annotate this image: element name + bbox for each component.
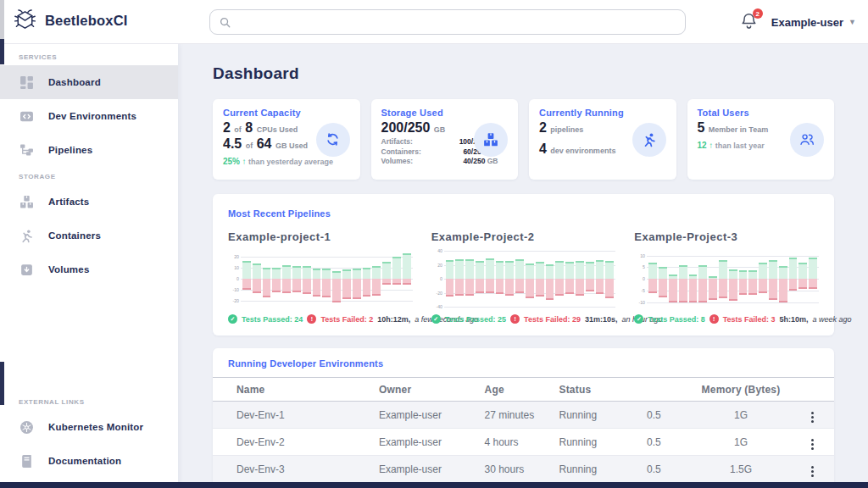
tests-failed-bar xyxy=(465,279,474,296)
kebab-menu-icon[interactable] xyxy=(806,463,819,480)
tests-passed-bar xyxy=(382,262,391,279)
column-header-owner: Owner xyxy=(362,378,468,402)
tests-failed-bar xyxy=(292,279,301,292)
bar-group xyxy=(342,251,351,307)
volume-box-icon xyxy=(19,262,34,277)
tests-passed-bar xyxy=(282,265,291,279)
bottom-edge-bar xyxy=(0,482,868,488)
gb-used-value: 4.5 xyxy=(223,136,242,151)
search-input[interactable] xyxy=(237,16,676,28)
recent-pipelines-panel: Most Recent Pipelines Example-project-12… xyxy=(213,194,834,336)
sidebar-section-label: SERVICES xyxy=(0,47,178,65)
card-current-capacity: Current Capacity 2 of 8 CPUs Used 4.5 of… xyxy=(213,99,360,180)
sidebar-item-dev-environments[interactable]: Dev Environments xyxy=(0,99,178,133)
sidebar-item-label: Artifacts xyxy=(48,197,89,207)
chart-bars xyxy=(648,251,817,307)
check-icon: ✓ xyxy=(431,314,441,324)
tests-passed-bar xyxy=(698,265,707,280)
tests-passed-bar xyxy=(769,260,777,279)
bar-group xyxy=(809,251,817,307)
env-cpu: 0.5 xyxy=(616,402,691,429)
pipelines-count: 2 xyxy=(539,120,547,135)
env-status: Running xyxy=(542,456,616,483)
chart-plot[interactable]: 1050-5-10 xyxy=(647,251,819,307)
tests-passed-bar xyxy=(659,267,667,279)
y-axis-tick-label: 0 xyxy=(637,276,645,281)
sidebar-item-artifacts[interactable]: Artifacts xyxy=(0,185,178,219)
user-menu[interactable]: Example-user ▼ xyxy=(771,16,856,29)
y-axis-tick-label: 0 xyxy=(231,276,239,281)
tests-failed-bar xyxy=(809,279,817,289)
tests-failed-bar xyxy=(363,279,371,297)
kebab-menu-icon[interactable] xyxy=(806,436,819,452)
sidebar-item-containers[interactable]: Containers xyxy=(0,219,178,252)
sidebar-item-documentation[interactable]: Documentation xyxy=(0,444,178,478)
y-axis-tick-label: -5 xyxy=(637,288,645,293)
y-axis-tick-label: 20 xyxy=(434,263,442,268)
bar-group xyxy=(353,251,361,307)
pipeline-charts: Example-project-120100-10-20✓Tests Passe… xyxy=(228,230,819,324)
tests-failed-bar xyxy=(779,279,787,302)
tests-failed-bar xyxy=(739,279,748,295)
tests-failed-bar xyxy=(303,279,311,294)
book-icon xyxy=(19,453,34,469)
tests-passed-bar xyxy=(313,269,321,279)
tests-passed-text: Tests Passed: 8 xyxy=(648,315,704,324)
of-label: of xyxy=(246,141,253,150)
env-owner: Example-user xyxy=(362,402,468,429)
column-header-age: Age xyxy=(468,378,542,402)
tests-failed-bar xyxy=(698,279,707,302)
chart-plot[interactable]: 20100-10-20 xyxy=(241,251,413,307)
kebab-menu-icon[interactable] xyxy=(806,409,819,425)
row-value: 40/250 xyxy=(463,157,485,165)
tests-passed-bar xyxy=(403,253,411,279)
bar-group xyxy=(596,251,604,307)
sidebar: SERVICESDashboardDev EnvironmentsPipelin… xyxy=(0,44,178,488)
brand[interactable]: BeetleboxCI xyxy=(11,7,128,35)
tests-failed-bar xyxy=(526,279,534,298)
bar-group xyxy=(272,251,281,307)
artifacts-boxes-icon xyxy=(19,194,34,209)
sidebar-section-storage: STORAGEArtifactsContainersVolumes xyxy=(0,167,178,286)
tests-failed-text: Tests Failed: 3 xyxy=(723,315,776,324)
tests-passed-bar xyxy=(505,261,514,279)
bar-group xyxy=(486,251,494,307)
tests-passed-bar xyxy=(555,261,564,279)
column-header-blank-4 xyxy=(616,378,691,402)
row-unit: GB xyxy=(487,157,498,165)
sidebar-item-pipelines[interactable]: Pipelines xyxy=(0,133,178,167)
storage-row-volumes: Volumes: 40/250 GB xyxy=(381,157,498,167)
row-actions-cell xyxy=(791,402,834,429)
tests-failed-bar xyxy=(253,279,261,293)
env-age: 27 minutes xyxy=(468,402,542,429)
team-icon xyxy=(790,123,824,157)
sidebar-item-kubernetes-monitor[interactable]: Kubernetes Monitor xyxy=(0,410,178,444)
tests-passed-bar xyxy=(546,264,554,279)
sidebar-item-volumes[interactable]: Volumes xyxy=(0,252,178,286)
bar-group xyxy=(789,251,798,307)
bar-group xyxy=(253,251,261,307)
tests-passed-bar xyxy=(789,258,798,279)
tests-failed-bar xyxy=(313,279,321,297)
tests-failed-bar xyxy=(536,279,544,297)
bar-group xyxy=(605,251,614,307)
y-axis-tick-label: 5 xyxy=(637,264,645,269)
delta-value: 12 xyxy=(698,141,707,150)
bar-group xyxy=(282,251,291,307)
tests-passed-bar xyxy=(605,261,614,279)
environments-table: NameOwnerAgeStatusMemory (Bytes) Dev-Env… xyxy=(213,377,834,488)
devenvs-label: dev environments xyxy=(550,147,615,155)
tests-passed-bar xyxy=(253,263,261,279)
dashboard-icon xyxy=(19,75,34,90)
env-name: Dev-Env-2 xyxy=(213,429,362,456)
search-bar[interactable] xyxy=(209,9,686,35)
recent-pipelines-title: Most Recent Pipelines xyxy=(228,208,331,219)
notifications-button[interactable]: 2 xyxy=(739,12,760,32)
sidebar-item-dashboard[interactable]: Dashboard xyxy=(0,65,178,99)
code-box-icon xyxy=(19,108,34,124)
tests-failed-bar xyxy=(403,279,411,285)
chart-plot[interactable]: 40200-20-40 xyxy=(444,251,616,307)
tests-failed-bar xyxy=(748,279,757,295)
y-axis-tick-label: 0 xyxy=(434,276,442,281)
bar-group xyxy=(372,251,381,307)
